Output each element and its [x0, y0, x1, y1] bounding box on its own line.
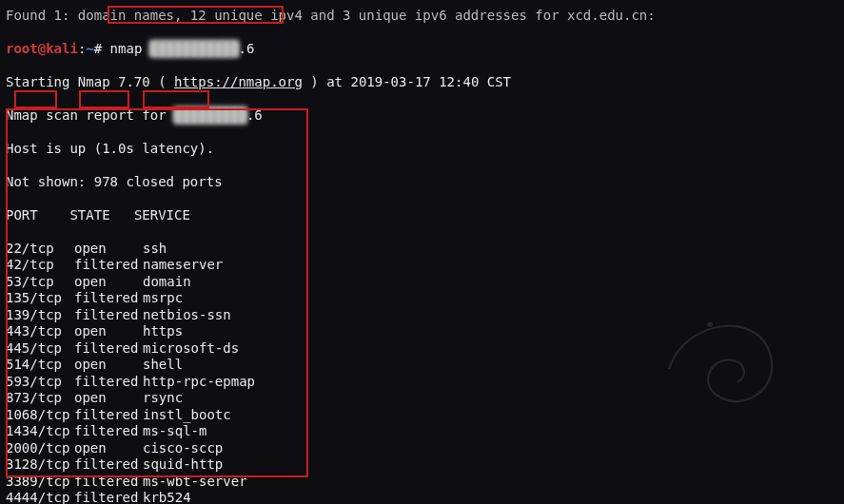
- hdr-port: PORT: [6, 207, 69, 223]
- redacted-host: █████████: [174, 107, 246, 123]
- cell-state: open: [74, 390, 143, 407]
- cell-state: open: [74, 357, 143, 374]
- cell-service: domain: [143, 274, 191, 291]
- command-tail: .6: [238, 41, 254, 56]
- cell-port: 593/tcp: [6, 374, 74, 391]
- prompt-host: kali: [46, 41, 78, 56]
- port-table: 22/tcpopenssh42/tcpfilterednameserver53/…: [6, 241, 838, 505]
- cell-state: open: [74, 323, 143, 340]
- table-row: 873/tcpopenrsync: [6, 390, 838, 407]
- prompt-user: root: [6, 41, 38, 56]
- cell-service: squid-http: [143, 456, 223, 474]
- cell-service: nameserver: [143, 257, 223, 274]
- cell-service: ssh: [143, 241, 167, 258]
- cell-port: 42/tcp: [6, 257, 74, 274]
- cell-service: netbios-ssn: [143, 307, 231, 324]
- prompt-at: @: [38, 41, 46, 56]
- table-row: 445/tcpfilteredmicrosoft-ds: [6, 340, 838, 358]
- cell-state: filtered: [74, 490, 143, 504]
- cell-port: 443/tcp: [6, 323, 74, 340]
- table-row: 1434/tcpfilteredms-sql-m: [6, 423, 838, 440]
- cell-service: ms-sql-m: [143, 423, 206, 440]
- cell-port: 4444/tcp: [6, 490, 74, 504]
- hdr-service: SERVICE: [134, 207, 190, 223]
- cell-service: microsoft-ds: [143, 340, 239, 358]
- cell-service: ms-wbt-server: [143, 474, 247, 491]
- cell-port: 2000/tcp: [6, 440, 74, 457]
- table-row: 42/tcpfilterednameserver: [6, 257, 838, 274]
- cell-port: 514/tcp: [6, 357, 74, 374]
- cell-service: cisco-sccp: [143, 440, 223, 457]
- table-row: 22/tcpopenssh: [6, 241, 838, 258]
- cell-port: 1434/tcp: [6, 423, 74, 440]
- cell-port: 135/tcp: [6, 290, 74, 307]
- nmap-starting-line: Starting Nmap 7.70 ( https://nmap.org ) …: [6, 74, 838, 91]
- cell-state: filtered: [74, 257, 143, 274]
- hdr-state: STATE: [69, 207, 133, 223]
- prompt-path: ~: [86, 41, 93, 56]
- cell-state: open: [74, 241, 143, 258]
- cutoff-line: Found 1: domain names, 12 unique ipv4 an…: [6, 8, 838, 25]
- cell-port: 1068/tcp: [6, 407, 74, 424]
- cell-port: 53/tcp: [6, 274, 74, 291]
- cell-port: 873/tcp: [6, 390, 74, 407]
- cell-state: filtered: [74, 374, 143, 391]
- table-row: 2000/tcpopencisco-sccp: [6, 440, 838, 457]
- cell-state: open: [74, 440, 143, 457]
- host-status-line: Host is up (1.0s latency).: [6, 141, 838, 158]
- table-header: PORT STATE SERVICE: [6, 207, 838, 224]
- table-row: 139/tcpfilterednetbios-ssn: [6, 307, 838, 324]
- cell-port: 22/tcp: [6, 241, 74, 258]
- table-row: 135/tcpfilteredmsrpc: [6, 290, 838, 307]
- prompt-line[interactable]: root@kali:~# nmap ███████████.6: [6, 41, 838, 58]
- table-row: 443/tcpopenhttps: [6, 323, 838, 340]
- terminal-output: Found 1: domain names, 12 unique ipv4 an…: [0, 0, 844, 504]
- table-row: 3128/tcpfilteredsquid-http: [6, 456, 838, 474]
- prompt-hash: #: [94, 41, 110, 56]
- cell-service: http-rpc-epmap: [143, 374, 255, 391]
- cell-service: msrpc: [143, 290, 183, 307]
- table-row: 4444/tcpfilteredkrb524: [6, 490, 838, 504]
- cell-state: filtered: [74, 290, 143, 307]
- cell-state: filtered: [74, 456, 143, 474]
- cell-service: rsync: [143, 390, 183, 407]
- cell-state: filtered: [74, 474, 143, 491]
- table-row: 514/tcpopenshell: [6, 357, 838, 374]
- not-shown-line: Not shown: 978 closed ports: [6, 174, 838, 191]
- cell-service: krb524: [143, 490, 191, 504]
- cell-port: 3128/tcp: [6, 456, 74, 474]
- cell-port: 3389/tcp: [6, 474, 74, 491]
- cell-service: instl_bootc: [143, 407, 231, 424]
- cell-service: https: [143, 323, 183, 340]
- command-name: nmap: [110, 41, 150, 56]
- nmap-url[interactable]: https://nmap.org: [174, 74, 303, 89]
- cell-state: filtered: [74, 407, 143, 424]
- table-row: 53/tcpopendomain: [6, 274, 838, 291]
- cell-port: 445/tcp: [6, 340, 74, 358]
- cell-state: filtered: [74, 307, 143, 324]
- cell-state: open: [74, 274, 143, 291]
- cell-state: filtered: [74, 340, 143, 358]
- table-row: 593/tcpfilteredhttp-rpc-epmap: [6, 374, 838, 391]
- cell-service: shell: [143, 357, 183, 374]
- nmap-report-line: Nmap scan report for █████████.6: [6, 107, 838, 125]
- cell-port: 139/tcp: [6, 307, 74, 324]
- redacted-ip: ███████████: [150, 41, 239, 56]
- table-row: 1068/tcpfilteredinstl_bootc: [6, 407, 838, 424]
- cell-state: filtered: [74, 423, 143, 440]
- table-row: 3389/tcpfilteredms-wbt-server: [6, 474, 838, 491]
